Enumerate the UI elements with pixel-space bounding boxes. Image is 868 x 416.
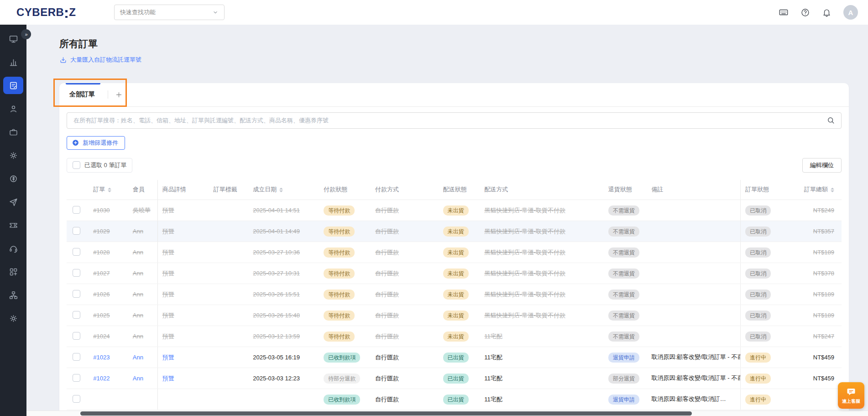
import-icon <box>59 56 67 64</box>
order-number-link[interactable]: #1028 <box>93 249 110 256</box>
order-total-cell: NT$189 <box>787 305 842 326</box>
help-icon[interactable] <box>800 8 810 17</box>
member-link[interactable]: Ann <box>133 354 143 361</box>
order-number-link[interactable]: #1024 <box>93 333 110 340</box>
row-checkbox[interactable] <box>73 374 80 382</box>
column-header-ord_status: 訂單狀態 <box>741 180 788 200</box>
member-link[interactable]: Ann <box>133 228 143 235</box>
sidebar-item-marketing[interactable] <box>3 193 23 211</box>
product-detail-cell: 預覽 <box>157 326 209 347</box>
orders-table: 訂單會員商品詳情訂單標籤成立日期付款狀態付款方式配送狀態配送方式退貨狀態備註訂單… <box>67 180 842 411</box>
order-icon <box>9 81 18 90</box>
column-label: 配送方式 <box>484 186 508 193</box>
sidebar-item-products[interactable] <box>3 123 23 141</box>
sort-icon[interactable] <box>831 188 834 192</box>
member-link[interactable]: Ann <box>133 270 143 277</box>
search-input[interactable] <box>67 113 820 128</box>
preview-link[interactable]: 預覽 <box>162 291 174 298</box>
column-label: 成立日期 <box>253 186 277 193</box>
column-header-total[interactable]: 訂單總額 <box>787 180 842 200</box>
live-chat-button[interactable]: 連上客服 <box>838 382 864 409</box>
member-link[interactable]: Ann <box>133 291 143 298</box>
sidebar-expand-button[interactable]: » <box>21 29 31 39</box>
member-cell: Ann <box>128 347 157 368</box>
sidebar-item-coupons[interactable] <box>3 216 23 234</box>
sidebar-item-apps[interactable] <box>3 263 23 280</box>
keyboard-icon[interactable] <box>779 7 789 17</box>
logo-suffix: Z <box>69 6 76 19</box>
column-header-order[interactable]: 訂單 <box>89 180 128 200</box>
bell-icon[interactable] <box>822 8 831 17</box>
table-row: #1025Ann預覽2025-03-26 15:48等待付款自行匯款未出貨黑貓快… <box>67 305 842 326</box>
preview-link[interactable]: 預覽 <box>162 228 174 235</box>
sidebar-item-pos[interactable] <box>3 30 23 47</box>
add-tab-button[interactable] <box>108 83 129 106</box>
bulk-import-link[interactable]: 大量匯入自訂物流託運單號 <box>59 56 141 64</box>
order-tag-cell <box>209 242 249 263</box>
member-link[interactable]: Ann <box>133 312 143 319</box>
row-checkbox[interactable] <box>73 227 80 235</box>
preview-link[interactable]: 預覽 <box>162 207 174 214</box>
tab-all-orders[interactable]: 全部訂單 <box>59 83 108 106</box>
member-link[interactable]: 吳曉華 <box>133 207 151 214</box>
preview-link[interactable]: 預覽 <box>162 354 174 361</box>
status-badge: 未出貨 <box>443 269 469 279</box>
row-checkbox[interactable] <box>73 353 80 361</box>
preview-link[interactable]: 預覽 <box>162 249 174 256</box>
sidebar-item-orders[interactable] <box>3 77 23 94</box>
row-checkbox[interactable] <box>73 332 80 340</box>
sidebar-item-support[interactable] <box>3 240 23 257</box>
cyberbiz-logo[interactable]: CYBERBZ <box>16 6 76 19</box>
shipping-method-cell: 黑貓快捷到店-常溫-取貨不付款 <box>480 284 604 305</box>
sort-icon[interactable] <box>108 188 111 192</box>
sidebar-item-analytics[interactable] <box>3 53 23 71</box>
sidebar-item-finance[interactable] <box>3 170 23 187</box>
member-link[interactable]: Ann <box>133 333 143 340</box>
member-link[interactable]: Ann <box>133 249 143 256</box>
order-number-link[interactable]: #1029 <box>93 228 110 235</box>
sidebar-item-organization[interactable] <box>3 286 23 304</box>
row-checkbox[interactable] <box>73 290 80 298</box>
column-label: 訂單 <box>93 186 105 193</box>
horizontal-scrollbar-thumb[interactable] <box>80 411 692 416</box>
add-filter-button[interactable]: 新增篩選條件 <box>67 136 125 150</box>
created-date-cell: 2025-03-12 13:59 <box>248 326 319 347</box>
edit-columns-button[interactable]: 編輯欄位 <box>802 158 842 173</box>
preview-link[interactable]: 預覽 <box>162 333 174 340</box>
preview-link[interactable]: 預覽 <box>162 312 174 319</box>
order-number-link[interactable]: #1026 <box>93 291 110 298</box>
select-all-checkbox[interactable] <box>73 161 80 169</box>
note-cell <box>647 221 740 242</box>
row-checkbox[interactable] <box>73 206 80 214</box>
preview-link[interactable]: 預覽 <box>162 270 174 277</box>
order-number-link[interactable]: #1030 <box>93 207 110 214</box>
row-checkbox[interactable] <box>73 269 80 277</box>
column-label: 訂單狀態 <box>745 186 769 193</box>
table-row: #1024Ann預覽2025-03-12 13:59等待付款自行匯款未出貨11宅… <box>67 326 842 347</box>
order-tag-cell <box>209 347 249 368</box>
row-checkbox[interactable] <box>73 248 80 256</box>
sidebar-item-operations[interactable] <box>3 147 23 164</box>
status-badge: 進行中 <box>745 395 771 405</box>
preview-link[interactable]: 預覽 <box>162 375 174 382</box>
order-number-link[interactable]: #1023 <box>93 354 110 361</box>
row-checkbox[interactable] <box>73 311 80 319</box>
member-link[interactable]: Ann <box>133 375 143 382</box>
order-status-cell: 進行中 <box>741 347 788 368</box>
search-icon[interactable] <box>820 113 841 128</box>
column-header-date[interactable]: 成立日期 <box>248 180 319 200</box>
avatar[interactable]: A <box>843 5 858 20</box>
payment-method-cell: 自行匯款 <box>371 242 439 263</box>
quick-find-select[interactable]: 快速查找功能 <box>114 5 225 20</box>
order-number-link[interactable]: #1025 <box>93 312 110 319</box>
sidebar-item-settings[interactable] <box>3 310 23 327</box>
order-number-cell: #1024 <box>89 326 128 347</box>
sidebar-item-customers[interactable] <box>3 100 23 117</box>
order-number-cell: #1030 <box>89 200 128 221</box>
row-checkbox-cell <box>67 368 89 389</box>
horizontal-scrollbar-track[interactable] <box>26 411 868 416</box>
order-number-link[interactable]: #1027 <box>93 270 110 277</box>
row-checkbox[interactable] <box>73 395 80 403</box>
sort-icon[interactable] <box>279 188 283 192</box>
order-number-link[interactable]: #1022 <box>93 375 110 382</box>
